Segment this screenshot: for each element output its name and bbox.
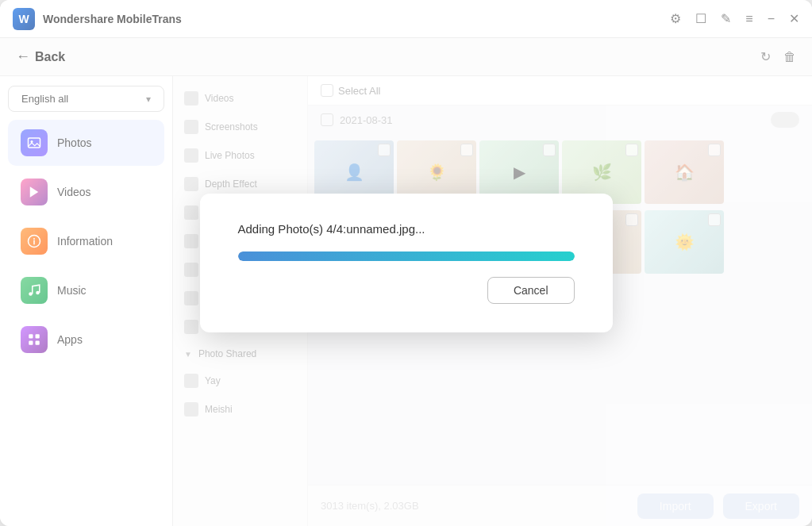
cancel-button[interactable]: Cancel <box>487 277 575 304</box>
modal-overlay: Adding Photo(s) 4/4:unnamed.jpg... Cance… <box>0 0 812 526</box>
progress-bar-container <box>238 251 575 261</box>
modal-actions: Cancel <box>238 277 575 304</box>
modal-dialog: Adding Photo(s) 4/4:unnamed.jpg... Cance… <box>200 194 613 332</box>
modal-message: Adding Photo(s) 4/4:unnamed.jpg... <box>238 222 425 236</box>
progress-bar-fill <box>238 251 575 261</box>
app-window: W Wondershare MobileTrans ⚙ ☐ ✎ ≡ − ✕ ← … <box>0 0 812 526</box>
